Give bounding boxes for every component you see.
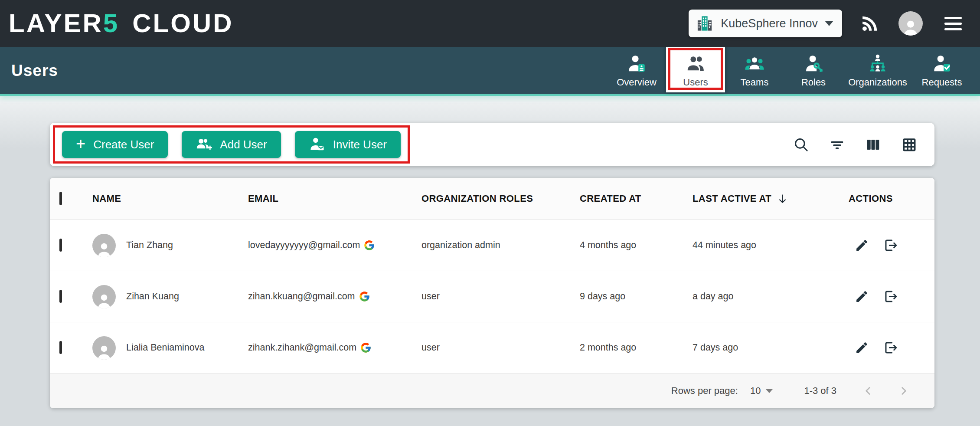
- column-header-email[interactable]: EMAIL: [248, 193, 421, 204]
- tab-organizations[interactable]: Organizations: [843, 47, 912, 94]
- logo-layer: LAYER: [9, 10, 103, 36]
- last-active-value: 44 minutes ago: [693, 240, 849, 251]
- sort-descending-icon: [777, 193, 788, 205]
- remove-user-button[interactable]: [884, 341, 898, 355]
- avatar: [92, 285, 116, 308]
- edit-user-button[interactable]: [855, 238, 869, 252]
- tab-teams-label: Teams: [741, 77, 769, 88]
- add-user-label: Add User: [220, 138, 267, 151]
- google-icon: [363, 239, 375, 251]
- organizations-hierarchy-icon: [868, 53, 888, 73]
- tab-requests-label: Requests: [922, 77, 962, 88]
- org-roles-value: organization admin: [421, 240, 580, 251]
- tab-organizations-label: Organizations: [848, 77, 907, 88]
- create-user-label: Create User: [93, 138, 154, 151]
- previous-page-button[interactable]: [862, 385, 874, 397]
- users-table: NAME EMAIL ORGANIZATION ROLES CREATED AT…: [50, 178, 934, 408]
- tab-roles[interactable]: Roles: [784, 47, 843, 94]
- table-row: Zihan Kuang zihan.kkuang@gmail.com user: [50, 271, 934, 322]
- filter-icon[interactable]: [829, 137, 845, 153]
- grid-view-icon[interactable]: [901, 137, 917, 153]
- search-icon[interactable]: [793, 137, 809, 153]
- table-header-row: NAME EMAIL ORGANIZATION ROLES CREATED AT…: [50, 178, 934, 220]
- avatar: [92, 234, 116, 257]
- tab-users-label: Users: [683, 77, 708, 88]
- row-checkbox[interactable]: [59, 239, 62, 252]
- table-pagination: Rows per page: 10 1-3 of 3: [50, 374, 934, 408]
- user-name: Zihan Kuang: [126, 291, 179, 302]
- user-name: Lialia Beniaminova: [126, 342, 204, 353]
- nav-accent-line: [0, 94, 980, 96]
- pencil-icon: [855, 289, 869, 304]
- tab-overview[interactable]: Overview: [607, 47, 666, 94]
- org-switcher-dropdown[interactable]: KubeSphere Innov: [689, 10, 842, 37]
- view-columns-icon[interactable]: [865, 137, 881, 153]
- rows-per-page-label: Rows per page:: [671, 385, 738, 397]
- org-roles-value: user: [421, 291, 580, 302]
- logo-5: 5: [103, 10, 119, 36]
- table-row: Lialia Beniaminova zihank.zihank@gmail.c…: [50, 322, 934, 374]
- user-name: Tian Zhang: [126, 240, 173, 251]
- create-user-button[interactable]: + Create User: [62, 131, 168, 158]
- column-header-last-active[interactable]: LAST ACTIVE AT: [693, 193, 849, 205]
- invite-user-button[interactable]: Invite User: [295, 131, 401, 158]
- google-icon: [359, 291, 370, 302]
- row-checkbox[interactable]: [59, 341, 62, 354]
- tab-teams[interactable]: Teams: [725, 47, 784, 94]
- user-email: zihank.zihank@gmail.com: [248, 342, 356, 353]
- column-header-actions: ACTIONS: [849, 193, 934, 204]
- exit-icon: [884, 341, 898, 355]
- edit-user-button[interactable]: [855, 289, 869, 304]
- org-switcher-label: KubeSphere Innov: [721, 17, 818, 30]
- avatar: [92, 336, 116, 360]
- person-add-icon: [196, 136, 212, 153]
- tab-roles-label: Roles: [801, 77, 826, 88]
- select-all-checkbox[interactable]: [59, 192, 62, 205]
- user-avatar-menu[interactable]: [898, 11, 923, 36]
- tab-overview-label: Overview: [617, 77, 657, 88]
- page-title: Users: [11, 62, 58, 80]
- nav-items: Overview Users: [607, 47, 971, 94]
- pencil-icon: [855, 238, 869, 252]
- remove-user-button[interactable]: [884, 238, 898, 252]
- exit-icon: [884, 238, 898, 252]
- building-icon: [696, 14, 714, 33]
- layer5-cloud-logo: LAYER5CLOUD: [9, 10, 234, 36]
- column-header-name[interactable]: NAME: [92, 193, 248, 204]
- pagination-range: 1-3 of 3: [804, 385, 836, 397]
- google-icon: [360, 342, 372, 354]
- add-user-button[interactable]: Add User: [182, 131, 281, 158]
- app-header: LAYER5CLOUD KubeSphere Innov: [0, 0, 980, 47]
- overview-person-badge-icon: [627, 53, 647, 73]
- users-people-icon: [686, 53, 706, 73]
- created-at-value: 9 days ago: [580, 291, 693, 302]
- next-page-button[interactable]: [898, 385, 909, 397]
- users-nav-bar: Users Overview: [0, 47, 980, 94]
- row-checkbox[interactable]: [59, 290, 62, 303]
- main-content: + Create User Add User: [0, 96, 980, 426]
- created-at-value: 2 months ago: [580, 342, 693, 353]
- invite-user-label: Invite User: [333, 138, 387, 151]
- created-at-value: 4 months ago: [580, 240, 693, 251]
- users-toolbar: + Create User Add User: [50, 123, 934, 166]
- column-header-created-at[interactable]: CREATED AT: [580, 193, 693, 204]
- user-email: lovedayyyyyyy@gmail.com: [248, 240, 360, 251]
- chevron-down-icon: [825, 21, 833, 26]
- last-active-value: a day ago: [693, 291, 849, 302]
- user-email: zihan.kkuang@gmail.com: [248, 291, 355, 302]
- table-row: Tian Zhang lovedayyyyyyy@gmail.com organ…: [50, 220, 934, 271]
- hamburger-menu-icon[interactable]: [942, 14, 964, 33]
- remove-user-button[interactable]: [884, 289, 898, 304]
- pencil-icon: [855, 341, 869, 355]
- last-active-value: 7 days ago: [693, 342, 849, 353]
- logo-cloud: CLOUD: [132, 10, 233, 36]
- red-annotation-box: + Create User Add User: [53, 125, 410, 164]
- edit-user-button[interactable]: [855, 341, 869, 355]
- rows-per-page-select[interactable]: 10: [750, 385, 773, 397]
- rss-feed-icon[interactable]: [860, 14, 879, 33]
- org-roles-value: user: [421, 342, 580, 353]
- tab-requests[interactable]: Requests: [912, 47, 971, 94]
- chevron-down-icon: [766, 389, 773, 393]
- column-header-org-roles[interactable]: ORGANIZATION ROLES: [421, 193, 580, 204]
- roles-person-key-icon: [804, 53, 823, 73]
